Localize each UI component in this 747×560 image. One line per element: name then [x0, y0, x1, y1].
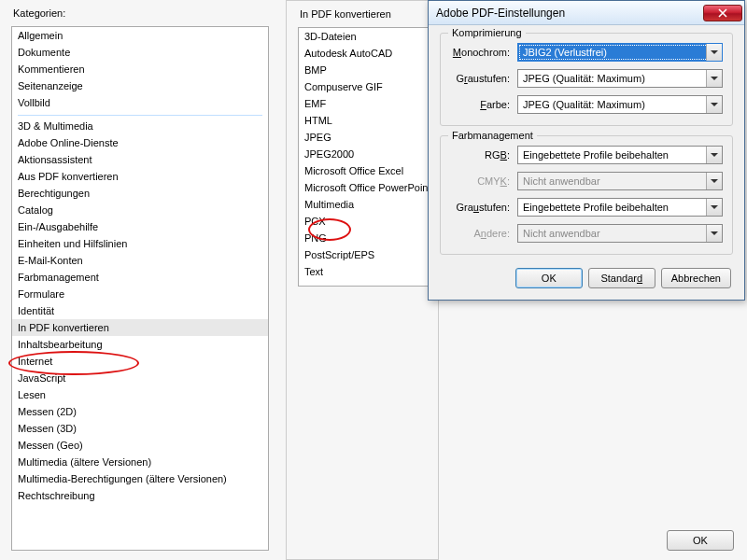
list-item[interactable]: Inhaltsbearbeitung [12, 336, 268, 353]
chevron-down-icon [706, 44, 722, 61]
list-item[interactable]: Dokumente [12, 44, 268, 61]
list-item[interactable]: EMF [299, 95, 430, 112]
list-item[interactable]: Microsoft Office Excel [299, 162, 430, 179]
list-item[interactable]: Multimedia [299, 196, 430, 213]
graustufen-label: Graustufen: [450, 73, 517, 84]
list-item[interactable]: Seitenanzeige [12, 77, 268, 94]
list-item[interactable]: JavaScript [12, 370, 268, 386]
graustufen-value: JPEG (Qualität: Maximum) [523, 73, 645, 84]
list-item[interactable]: Text [299, 263, 430, 280]
ok-button-bottom[interactable]: OK [667, 530, 734, 551]
inpdf-panel: In PDF konvertieren 3D-DateienAutodesk A… [286, 0, 439, 560]
cmyk-value: Nicht anwendbar [523, 175, 600, 187]
list-item[interactable]: Rechtschreibung [12, 487, 268, 504]
list-item[interactable]: Compuserve GIF [299, 78, 430, 95]
standard-button[interactable]: Standard [588, 268, 655, 288]
chevron-down-icon [706, 70, 722, 87]
chevron-down-icon [706, 96, 722, 113]
andere-label: Andere: [450, 228, 517, 239]
list-item[interactable]: PCX [299, 213, 430, 230]
chevron-down-icon [706, 147, 722, 163]
chevron-down-icon [706, 173, 722, 189]
list-item[interactable]: Kommentieren [12, 61, 268, 77]
cmyk-dropdown: Nicht anwendbar [517, 172, 723, 190]
farbmanagement-group: Farbmanagement RGB: Eingebettete Profile… [440, 135, 733, 255]
list-item[interactable]: Adobe Online-Dienste [12, 134, 268, 151]
ok-button[interactable]: OK [515, 268, 583, 288]
monochrom-label: Monochrom: [450, 47, 517, 58]
list-item[interactable]: Internet [12, 353, 268, 370]
rgb-value: Eingebettete Profile beibehalten [523, 149, 669, 161]
rgb-label: RGB: [450, 149, 517, 161]
andere-value: Nicht anwendbar [523, 228, 600, 239]
list-item[interactable]: In PDF konvertieren [12, 319, 268, 336]
farbmanagement-legend: Farbmanagement [448, 130, 537, 141]
rgb-dropdown[interactable]: Eingebettete Profile beibehalten [517, 146, 723, 164]
list-item[interactable]: Aktionsassistent [12, 151, 268, 168]
list-item[interactable]: Catalog [12, 202, 268, 218]
fm-graustufen-value: Eingebettete Profile beibehalten [523, 202, 669, 213]
separator [18, 115, 262, 116]
farbe-value: JPEG (Qualität: Maximum) [523, 99, 645, 110]
pdf-settings-dialog: Adobe PDF-Einstellungen Komprimierung Mo… [428, 0, 745, 301]
list-item[interactable]: Messen (3D) [12, 420, 268, 437]
list-item[interactable]: E-Mail-Konten [12, 252, 268, 269]
list-item[interactable]: BMP [299, 62, 430, 78]
monochrom-dropdown[interactable]: JBIG2 (Verlustfrei) [517, 43, 723, 62]
list-item[interactable]: PNG [299, 230, 430, 246]
list-item[interactable]: HTML [299, 112, 430, 129]
dialog-titlebar[interactable]: Adobe PDF-Einstellungen [429, 1, 744, 25]
list-item[interactable]: Messen (2D) [12, 403, 268, 420]
kategorien-label: Kategorien: [13, 7, 65, 19]
list-item[interactable]: Einheiten und Hilfslinien [12, 235, 268, 252]
list-item[interactable]: JPEG [299, 129, 430, 146]
list-item[interactable]: Allgemein [12, 27, 268, 44]
monochrom-value: JBIG2 (Verlustfrei) [523, 47, 607, 58]
cmyk-label: CMYK: [450, 175, 517, 187]
dialog-body: Komprimierung Monochrom: JBIG2 (Verlustf… [429, 25, 744, 300]
dialog-button-row: OK Standard Abbrechen [440, 264, 733, 288]
close-icon [718, 8, 727, 18]
inpdf-label: In PDF konvertieren [300, 8, 391, 20]
list-item[interactable]: Formulare [12, 286, 268, 302]
fm-graustufen-label: Graustufen: [450, 202, 517, 213]
list-item[interactable]: Berechtigungen [12, 185, 268, 202]
list-item[interactable]: Aus PDF konvertieren [12, 168, 268, 185]
list-item[interactable]: Messen (Geo) [12, 437, 268, 454]
close-button[interactable] [703, 5, 742, 21]
list-item[interactable]: Multimedia-Berechtigungen (ältere Versio… [12, 470, 268, 487]
list-item[interactable]: Lesen [12, 386, 268, 403]
list-item[interactable]: JPEG2000 [299, 146, 430, 162]
list-item[interactable]: Farbmanagement [12, 269, 268, 286]
list-item[interactable]: PostScript/EPS [299, 246, 430, 263]
list-item[interactable]: Multimedia (ältere Versionen) [12, 454, 268, 470]
farbe-dropdown[interactable]: JPEG (Qualität: Maximum) [517, 95, 723, 114]
dialog-title: Adobe PDF-Einstellungen [436, 7, 703, 20]
list-item[interactable]: Identität [12, 302, 268, 319]
abbrechen-button[interactable]: Abbrechen [661, 268, 731, 288]
kategorien-listbox[interactable]: AllgemeinDokumenteKommentierenSeitenanze… [11, 26, 269, 551]
graustufen-dropdown[interactable]: JPEG (Qualität: Maximum) [517, 69, 723, 88]
list-item[interactable]: Ein-/Ausgabehilfe [12, 218, 268, 235]
chevron-down-icon [706, 199, 722, 216]
fm-graustufen-dropdown[interactable]: Eingebettete Profile beibehalten [517, 198, 723, 217]
list-item[interactable]: 3D-Dateien [299, 28, 430, 45]
chevron-down-icon [706, 225, 722, 242]
list-item[interactable]: 3D & Multimedia [12, 118, 268, 134]
format-listbox[interactable]: 3D-DateienAutodesk AutoCADBMPCompuserve … [298, 27, 430, 287]
list-item[interactable]: Microsoft Office PowerPoint [299, 179, 430, 196]
komprimierung-group: Komprimierung Monochrom: JBIG2 (Verlustf… [440, 33, 733, 126]
komprimierung-legend: Komprimierung [448, 27, 526, 38]
farbe-label: Farbe: [450, 99, 517, 110]
list-item[interactable]: Autodesk AutoCAD [299, 45, 430, 62]
list-item[interactable]: Vollbild [12, 94, 268, 111]
andere-dropdown: Nicht anwendbar [517, 224, 723, 243]
